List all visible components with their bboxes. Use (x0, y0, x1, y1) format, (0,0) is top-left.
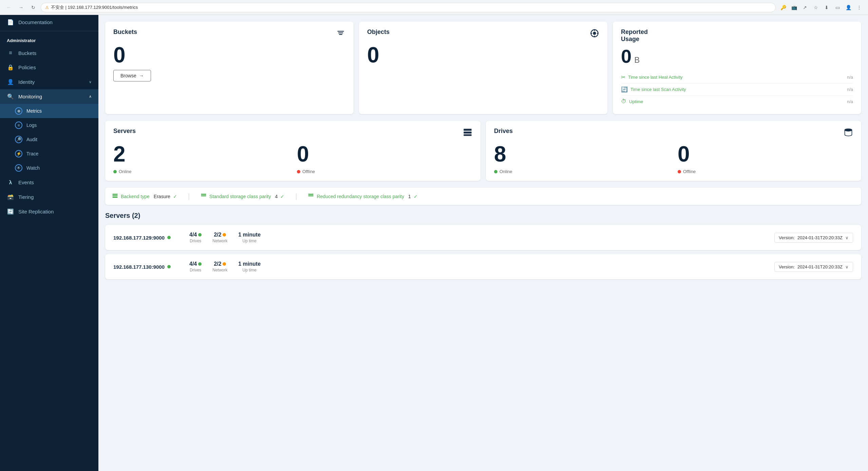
drives-card-header: Drives (494, 128, 853, 139)
reported-usage-unit: B (634, 55, 640, 65)
sidebar-tiering-label: Tiering (18, 194, 92, 200)
server2-version-badge[interactable]: Version: 2024-01-31T20:20:33Z ∨ (774, 262, 853, 272)
scan-value: n/a (847, 87, 853, 92)
back-button[interactable]: ← (4, 3, 14, 12)
sidebar-item-events[interactable]: λ Events (0, 175, 98, 190)
browser-chrome: ← → ↻ ⚠ 不安全 | 192.168.177.129:9001/tools… (0, 0, 868, 15)
server2-network-val: 2/2 (212, 261, 227, 267)
profile-icon[interactable]: 👤 (844, 3, 853, 12)
server1-uptime-label: Up time (238, 239, 261, 243)
reduced-parity-item: Reduced redundancy storage class parity … (308, 193, 417, 200)
sidebar-item-site-replication[interactable]: 🔄 Site Replication (0, 204, 98, 219)
address-bar[interactable]: ⚠ 不安全 | 192.168.177.129:9001/tools/metri… (41, 3, 776, 12)
server1-network-label: Network (212, 239, 227, 243)
svg-rect-13 (201, 194, 206, 195)
sidebar-subitem-watch[interactable]: 👁 Watch (0, 161, 98, 175)
identity-icon: 👤 (7, 79, 14, 85)
identity-chevron-icon: ∨ (89, 80, 92, 84)
cast-icon[interactable]: 📺 (789, 3, 799, 12)
server1-ip: 192.168.177.129:9000 (113, 235, 165, 241)
sidebar-item-identity[interactable]: 👤 Identity ∨ (0, 75, 98, 89)
sidebar-site-replication-label: Site Replication (18, 209, 92, 214)
drives-offline-label: Offline (683, 169, 696, 174)
bookmark-icon[interactable]: ☆ (811, 3, 820, 12)
svg-rect-10 (113, 194, 118, 195)
servers-offline-label: Offline (302, 169, 315, 174)
metrics-icon: ⊕ (15, 107, 22, 115)
sidebar-icon[interactable]: ▭ (833, 3, 842, 12)
backend-type-item: Backend type Erasure ✓ (112, 193, 177, 200)
server2-name: 192.168.177.130:9000 (113, 264, 181, 270)
share-icon[interactable]: ↗ (800, 3, 810, 12)
sidebar-metrics-label: Metrics (26, 108, 42, 114)
scan-stat-row: 🔄 Time since last Scan Activity n/a (621, 83, 853, 96)
sidebar-subitem-trace[interactable]: ⚡ Trace (0, 147, 98, 161)
servers-offline-label-row: Offline (297, 169, 472, 174)
svg-rect-6 (464, 129, 471, 131)
sidebar-subitem-metrics[interactable]: ⊕ Metrics (0, 104, 98, 118)
servers-drives-grid: Servers 2 Online 0 (105, 121, 861, 181)
reload-button[interactable]: ↻ (29, 3, 38, 12)
objects-card-icon (590, 29, 599, 40)
sidebar-audit-label: Audit (26, 137, 37, 142)
backend-type-label: Backend type (121, 194, 150, 199)
server2-drives-stat: 4/4 Drives (189, 261, 202, 272)
sidebar-watch-label: Watch (26, 165, 40, 171)
buckets-card-icon (336, 29, 345, 40)
offline-dot (297, 170, 300, 173)
sidebar-item-documentation[interactable]: 📄 Documentation (0, 15, 98, 30)
browser-actions: 🔑 📺 ↗ ☆ ⬇ ▭ 👤 ⋮ (778, 3, 864, 12)
audit-icon: 🔎 (15, 136, 22, 143)
sidebar-logs-label: Logs (26, 123, 37, 128)
sidebar-item-monitoring[interactable]: 🔍 Monitoring ∧ (0, 89, 98, 104)
security-warning-icon: ⚠ (45, 5, 49, 10)
reduced-parity-icon (308, 193, 314, 200)
scan-label: Time since last Scan Activity (630, 87, 844, 92)
buckets-actions: Browse → (113, 70, 345, 81)
browse-arrow-icon: → (139, 73, 144, 78)
servers-section-title: Servers (2) (105, 212, 861, 220)
browse-button[interactable]: Browse → (113, 70, 151, 81)
servers-offline-value: 0 (297, 143, 472, 165)
documentation-icon: 📄 (7, 19, 14, 25)
drives-card: Drives 8 Online 0 (486, 121, 861, 181)
server1-drives-val: 4/4 (189, 232, 202, 238)
uptime-icon: ⏱ (621, 98, 626, 105)
server2-version-label: Version: (779, 264, 795, 269)
servers-online-value: 2 (113, 143, 289, 165)
servers-card-icon (463, 128, 472, 139)
server1-drives-label: Drives (189, 239, 202, 243)
download-icon[interactable]: ⬇ (822, 3, 831, 12)
server1-version-badge[interactable]: Version: 2024-01-31T20:20:33Z ∨ (774, 233, 853, 243)
sidebar-identity-label: Identity (18, 79, 85, 85)
sidebar-item-tiering[interactable]: 🗃️ Tiering (0, 190, 98, 204)
backend-check-icon: ✓ (173, 194, 177, 199)
sidebar-subitem-audit[interactable]: 🔎 Audit (0, 132, 98, 147)
buckets-icon: ≡ (7, 50, 14, 56)
backend-type-icon (112, 193, 118, 200)
reduced-parity-check-icon: ✓ (414, 194, 418, 199)
drives-online-value: 8 (494, 143, 669, 165)
menu-icon[interactable]: ⋮ (854, 3, 864, 12)
sidebar: 📄 Documentation Administrator ≡ Buckets … (0, 15, 98, 471)
heal-value: n/a (847, 75, 853, 80)
reported-usage-header: Reported Usage (621, 29, 853, 43)
key-icon[interactable]: 🔑 (778, 3, 788, 12)
watch-icon: 👁 (15, 164, 22, 172)
drives-offline-value: 0 (678, 143, 853, 165)
reported-usage-title1: Reported (621, 29, 648, 36)
standard-parity-value: 4 (275, 194, 278, 199)
uptime-stat-row: ⏱ Uptime n/a (621, 96, 853, 107)
sidebar-trace-label: Trace (26, 151, 38, 156)
sidebar-item-policies[interactable]: 🔒 Policies (0, 60, 98, 75)
svg-rect-8 (464, 134, 471, 136)
server2-network-label: Network (212, 268, 227, 272)
sidebar-item-buckets[interactable]: ≡ Buckets (0, 46, 98, 60)
drives-online-label: Online (499, 169, 512, 174)
server1-version-label: Version: (779, 235, 795, 240)
server1-network-dot (223, 233, 226, 237)
servers-card: Servers 2 Online 0 (105, 121, 480, 181)
forward-button[interactable]: → (16, 3, 26, 12)
app-container: 📄 Documentation Administrator ≡ Buckets … (0, 15, 868, 471)
sidebar-subitem-logs[interactable]: ≡ Logs (0, 118, 98, 132)
